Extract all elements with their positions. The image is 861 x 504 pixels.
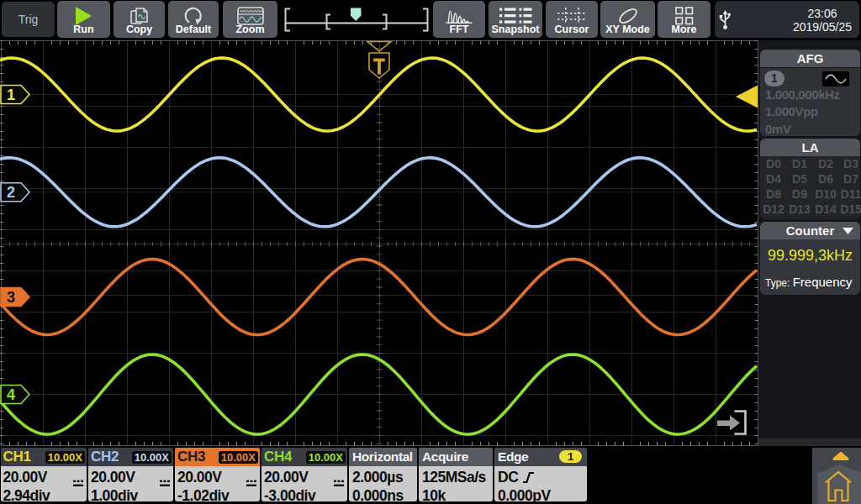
svg-text:2: 2 bbox=[7, 184, 15, 201]
svg-text:3: 3 bbox=[7, 289, 15, 306]
svg-text:4: 4 bbox=[7, 386, 15, 403]
svg-text:1: 1 bbox=[7, 87, 15, 103]
